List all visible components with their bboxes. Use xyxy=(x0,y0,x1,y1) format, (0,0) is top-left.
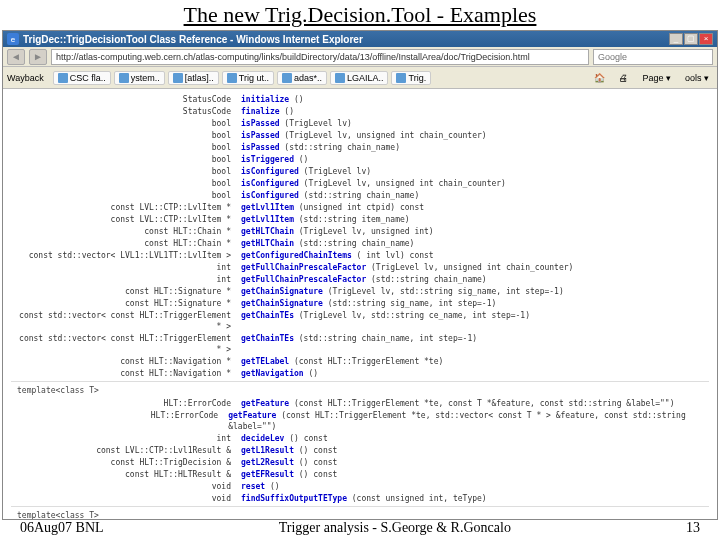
method-link[interactable]: getL2Result () const xyxy=(241,457,337,468)
method-row: intgetFullChainPrescaleFactor (TrigLevel… xyxy=(11,261,709,273)
method-link[interactable]: getFeature (const HLT::TriggerElement *t… xyxy=(241,398,674,409)
method-row: boolisTriggered () xyxy=(11,153,709,165)
method-row: const HLT::Chain *getHLTChain (TrigLevel… xyxy=(11,225,709,237)
method-link[interactable]: getHLTChain (TrigLevel lv, unsigned int) xyxy=(241,226,434,237)
close-button[interactable]: × xyxy=(699,33,713,45)
back-button[interactable]: ◄ xyxy=(7,49,25,65)
return-type: const HLT::HLTResult & xyxy=(11,469,241,480)
return-type: const HLT::Navigation * xyxy=(11,356,241,367)
return-type: bool xyxy=(11,142,241,153)
return-type: HLT::ErrorCode xyxy=(11,398,241,409)
footer-page-number: 13 xyxy=(686,520,700,536)
method-link[interactable]: isPassed (TrigLevel lv) xyxy=(241,118,352,129)
method-row: boolisConfigured (TrigLevel lv, unsigned… xyxy=(11,177,709,189)
method-link[interactable]: getChainSignature (std::string sig_name,… xyxy=(241,298,496,309)
method-link[interactable]: getNavigation () xyxy=(241,368,318,379)
wayback-label: Wayback xyxy=(7,73,44,83)
tools-menu[interactable]: ools ▾ xyxy=(681,71,713,85)
method-link[interactable]: isPassed (std::string chain_name) xyxy=(241,142,400,153)
method-row: const HLT::Chain *getHLTChain (std::stri… xyxy=(11,237,709,249)
method-link[interactable]: getFullChainPrescaleFactor (TrigLevel lv… xyxy=(241,262,573,273)
method-row: boolisPassed (TrigLevel lv, unsigned int… xyxy=(11,129,709,141)
method-link[interactable]: isPassed (TrigLevel lv, unsigned int cha… xyxy=(241,130,487,141)
method-link[interactable]: getEFResult () const xyxy=(241,469,337,480)
method-link[interactable]: isConfigured (TrigLevel lv, unsigned int… xyxy=(241,178,506,189)
method-link[interactable]: getChainSignature (TrigLevel lv, std::st… xyxy=(241,286,564,297)
return-type: bool xyxy=(11,166,241,177)
method-link[interactable]: isConfigured (std::string chain_name) xyxy=(241,190,419,201)
return-type: void xyxy=(11,481,241,492)
return-type: bool xyxy=(11,130,241,141)
method-link[interactable]: findSuffixOutputTEType (const unsigned i… xyxy=(241,493,487,504)
return-type: const HLT::Signature * xyxy=(11,286,241,297)
url-input[interactable] xyxy=(51,49,589,65)
method-link[interactable]: getFullChainPrescaleFactor (std::string … xyxy=(241,274,487,285)
return-type: const LVL::CTP::Lvl1Result & xyxy=(11,445,241,456)
template-label: template<class T> xyxy=(11,384,709,397)
fav-item[interactable]: CSC fla.. xyxy=(53,71,111,85)
method-link[interactable]: getConfiguredChainItems ( int lvl) const xyxy=(241,250,434,261)
method-link[interactable]: decideLev () const xyxy=(241,433,328,444)
template-label: template<class T> xyxy=(11,509,709,519)
method-link[interactable]: getChainTEs (std::string chain_name, int… xyxy=(241,333,477,344)
method-link[interactable]: getLvl1Item (unsigned int ctpid) const xyxy=(241,202,424,213)
search-input[interactable] xyxy=(593,49,713,65)
favorites-bar: Wayback CSC fla.. ystem.. [atlas].. Trig… xyxy=(3,67,717,89)
return-type: bool xyxy=(11,154,241,165)
return-type: const std::vector< const HLT::TriggerEle… xyxy=(11,333,241,355)
return-type: bool xyxy=(11,190,241,201)
fav-icon xyxy=(227,73,237,83)
return-type: int xyxy=(11,262,241,273)
forward-button[interactable]: ► xyxy=(29,49,47,65)
return-type: bool xyxy=(11,178,241,189)
method-row: const HLT::Navigation *getTELabel (const… xyxy=(11,355,709,367)
method-link[interactable]: getFeature (const HLT::TriggerElement *t… xyxy=(228,410,709,432)
method-row: intdecideLev () const xyxy=(11,432,709,444)
ie-icon: e xyxy=(7,33,19,45)
fav-item[interactable]: Trig. xyxy=(391,71,431,85)
fav-item[interactable]: LGAILA.. xyxy=(330,71,389,85)
fav-item[interactable]: Trig ut.. xyxy=(222,71,274,85)
fav-icon xyxy=(335,73,345,83)
return-type: const LVL::CTP::LvlItem * xyxy=(11,214,241,225)
method-link[interactable]: getLvl1Item (std::string item_name) xyxy=(241,214,410,225)
method-link[interactable]: isConfigured (TrigLevel lv) xyxy=(241,166,371,177)
method-link[interactable]: isTriggered () xyxy=(241,154,308,165)
return-type: const HLT::Chain * xyxy=(11,226,241,237)
page-menu[interactable]: Page ▾ xyxy=(638,71,675,85)
method-row: HLT::ErrorCodegetFeature (const HLT::Tri… xyxy=(11,409,709,432)
method-link[interactable]: getHLTChain (std::string chain_name) xyxy=(241,238,414,249)
print-icon[interactable]: 🖨 xyxy=(615,71,632,85)
fav-icon xyxy=(173,73,183,83)
method-link[interactable]: finalize () xyxy=(241,106,294,117)
page-content: StatusCodeinitialize ()StatusCodefinaliz… xyxy=(3,89,717,519)
return-type: StatusCode xyxy=(11,94,241,105)
home-icon[interactable]: 🏠 xyxy=(590,71,609,85)
method-link[interactable]: initialize () xyxy=(241,94,304,105)
browser-window: e TrigDec::TrigDecisionTool Class Refere… xyxy=(2,30,718,520)
method-link[interactable]: getL1Result () const xyxy=(241,445,337,456)
fav-item[interactable]: ystem.. xyxy=(114,71,165,85)
footer-authors: Trigger analysis - S.George & R.Goncalo xyxy=(279,520,511,536)
address-bar: ◄ ► xyxy=(3,47,717,67)
fav-icon xyxy=(396,73,406,83)
fav-icon xyxy=(119,73,129,83)
fav-icon xyxy=(58,73,68,83)
method-row: const HLT::TrigDecision &getL2Result () … xyxy=(11,456,709,468)
method-link[interactable]: reset () xyxy=(241,481,280,492)
method-row: const std::vector< LVL1::LVL1TT::LvlItem… xyxy=(11,249,709,261)
maximize-button[interactable]: ▢ xyxy=(684,33,698,45)
return-type: void xyxy=(11,493,241,504)
return-type: const HLT::Signature * xyxy=(11,298,241,309)
return-type: const LVL::CTP::LvlItem * xyxy=(11,202,241,213)
return-type: const HLT::Chain * xyxy=(11,238,241,249)
method-link[interactable]: getTELabel (const HLT::TriggerElement *t… xyxy=(241,356,443,367)
method-link[interactable]: getChainTEs (TrigLevel lv, std::string c… xyxy=(241,310,530,321)
fav-icon xyxy=(282,73,292,83)
fav-item[interactable]: [atlas].. xyxy=(168,71,219,85)
return-type: const HLT::TrigDecision & xyxy=(11,457,241,468)
return-type: const HLT::Navigation * xyxy=(11,368,241,379)
minimize-button[interactable]: _ xyxy=(669,33,683,45)
fav-item[interactable]: adas*.. xyxy=(277,71,327,85)
method-row: boolisPassed (TrigLevel lv) xyxy=(11,117,709,129)
